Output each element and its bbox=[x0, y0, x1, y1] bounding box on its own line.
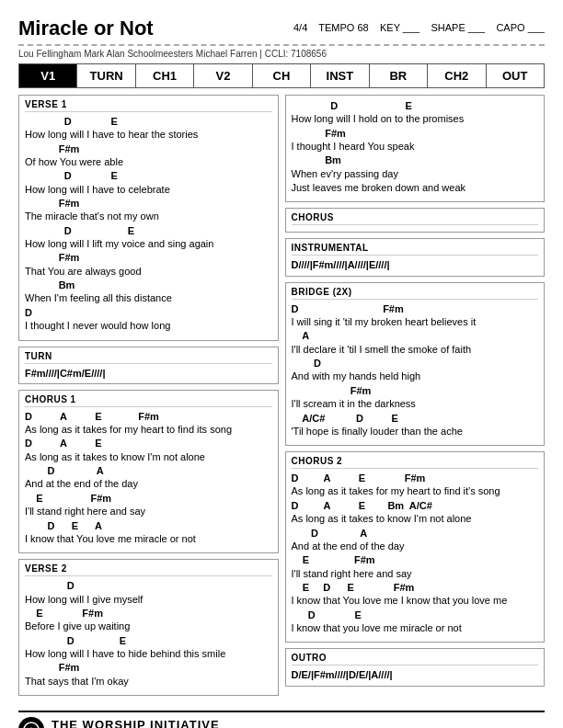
outro-section: OUTRO D/E/|F#m////|D/E/|A////| bbox=[285, 648, 546, 686]
verse2-label: VERSE 2 bbox=[25, 563, 272, 576]
nav-item-inst[interactable]: INST bbox=[311, 64, 369, 87]
footer-text-block: THE WORSHIP INITIATIVE © Curb/Word Music… bbox=[52, 718, 220, 728]
navigation-bar: V1TURNCH1V2CHINSTBRCH2OUT bbox=[18, 63, 545, 88]
svg-point-0 bbox=[24, 722, 39, 728]
verse2-section: VERSE 2 D How long will I give myself E … bbox=[18, 559, 279, 696]
nav-item-turn[interactable]: TURN bbox=[77, 64, 135, 87]
chorus1-section: CHORUS 1 D A E F#m As long as it takes f… bbox=[18, 390, 279, 553]
verse-cont-content: D E How long will I hold on to the promi… bbox=[292, 99, 539, 195]
turn-label: TURN bbox=[25, 351, 272, 364]
instrumental-section: INSTRUMENTAL D////|F#m////|A////|E////| bbox=[285, 238, 546, 276]
nav-item-ch1[interactable]: CH1 bbox=[136, 64, 194, 87]
outro-line: D/E/|F#m////|D/E/|A////| bbox=[292, 668, 539, 681]
instrumental-label: INSTRUMENTAL bbox=[292, 243, 539, 256]
verse-cont-section: D E How long will I hold on to the promi… bbox=[285, 95, 546, 202]
verse1-content: D E How long will I have to hear the sto… bbox=[25, 115, 272, 334]
chorus-ref-section: CHORUS bbox=[285, 208, 546, 233]
nav-item-out[interactable]: OUT bbox=[487, 64, 544, 87]
verse1-label: VERSE 1 bbox=[25, 99, 272, 112]
chorus-ref-label: CHORUS bbox=[292, 212, 539, 225]
turn-section: TURN F#m////|C#m/E////| bbox=[18, 347, 279, 384]
bridge-label: BRIDGE (2X) bbox=[292, 287, 539, 300]
org-name: THE WORSHIP INITIATIVE bbox=[52, 718, 220, 728]
nav-item-ch[interactable]: CH bbox=[253, 64, 311, 87]
nav-item-v2[interactable]: V2 bbox=[194, 64, 252, 87]
outro-label: OUTRO bbox=[292, 653, 539, 665]
chorus2-label: CHORUS 2 bbox=[292, 456, 539, 469]
chorus1-content: D A E F#m As long as it takes for my hea… bbox=[25, 410, 272, 546]
nav-item-ch2[interactable]: CH2 bbox=[428, 64, 486, 87]
song-meta: 4/4 TEMPO 68 KEY ___ SHAPE ___ CAPO ___ bbox=[293, 22, 545, 33]
verse1-section: VERSE 1 D E How long will I have to hear… bbox=[18, 95, 279, 341]
left-column: VERSE 1 D E How long will I have to hear… bbox=[18, 95, 279, 701]
nav-item-br[interactable]: BR bbox=[370, 64, 428, 87]
chorus2-content: D A E F#m As long as it takes for my hea… bbox=[292, 472, 539, 635]
bridge-section: BRIDGE (2X) D F#m I will sing it 'til my… bbox=[285, 282, 546, 446]
verse2-content: D How long will I give myself E F#m Befo… bbox=[25, 579, 272, 688]
footer: THE WORSHIP INITIATIVE © Curb/Word Music… bbox=[18, 711, 545, 728]
chorus2-section: CHORUS 2 D A E F#m As long as it takes f… bbox=[285, 451, 546, 643]
bridge-content: D F#m I will sing it 'til my broken hear… bbox=[292, 302, 539, 438]
credits: Lou Fellingham Mark Alan Schoolmeesters … bbox=[18, 49, 545, 59]
instrumental-line: D////|F#m////|A////|E////| bbox=[292, 258, 539, 271]
chorus1-label: CHORUS 1 bbox=[25, 394, 272, 407]
nav-item-v1[interactable]: V1 bbox=[19, 64, 77, 87]
right-column: D E How long will I hold on to the promi… bbox=[285, 95, 546, 701]
org-logo bbox=[18, 717, 44, 728]
song-title: Miracle or Not bbox=[18, 17, 154, 40]
